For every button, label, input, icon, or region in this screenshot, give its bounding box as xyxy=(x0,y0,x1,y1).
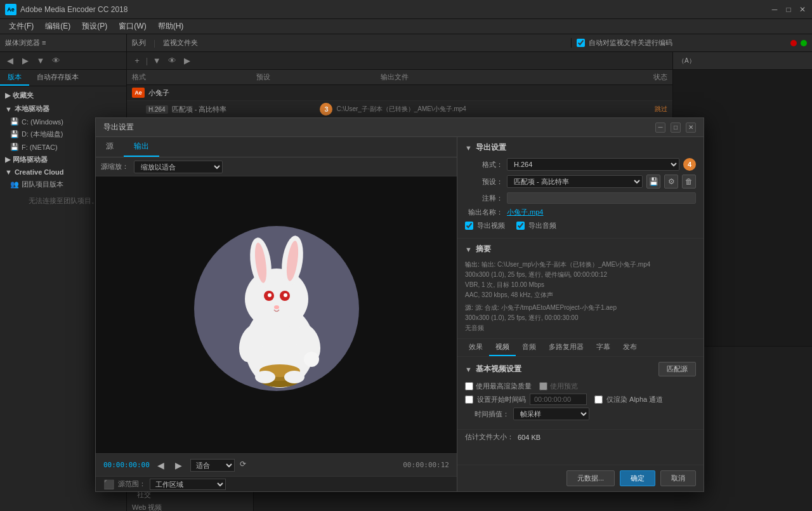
window-controls[interactable]: ─ □ ✕ xyxy=(770,5,807,14)
tab-audio[interactable]: 音频 xyxy=(516,339,542,356)
auto-monitor-checkbox[interactable] xyxy=(577,39,585,47)
estimate-row: 估计文件大小： 604 KB xyxy=(457,429,704,444)
summary-toggle[interactable]: ▼ xyxy=(465,246,472,253)
use-preview-label: 使用预览 xyxy=(550,382,578,391)
left-panel-tabs: 版本 自动存存版本 xyxy=(0,70,126,86)
dialog-minimize-btn[interactable]: ─ xyxy=(655,123,665,133)
ok-btn[interactable]: 确定 xyxy=(620,470,655,486)
play-queue-btn[interactable]: ▶ xyxy=(181,55,193,67)
cancel-btn[interactable]: 取消 xyxy=(660,470,696,486)
format-select[interactable]: H.264 xyxy=(507,158,679,171)
preset-web[interactable]: Web 视频 xyxy=(127,501,253,511)
back-btn[interactable]: ◀ xyxy=(4,55,16,67)
tab-version[interactable]: 版本 xyxy=(0,70,29,86)
format-row: 格式： H.264 4 xyxy=(465,158,696,171)
prev-frame-btn[interactable]: ◀ xyxy=(155,459,167,472)
export-dialog: 导出设置 ─ □ ✕ 源 输出 源缩放： 缩放以适合 xyxy=(95,117,704,492)
tab-video[interactable]: 视频 xyxy=(489,339,516,356)
eye-btn[interactable]: 👁 xyxy=(49,55,62,67)
menu-preset[interactable]: 预设(P) xyxy=(77,20,112,33)
format-label: 格式： xyxy=(465,160,503,169)
queue-item[interactable]: Ae 小兔子 xyxy=(127,85,672,101)
menu-edit[interactable]: 编辑(E) xyxy=(40,20,75,33)
summary-section: ▼ 摘要 输出: 输出: C:\User_mp\小兔子·副本（已转换）_AME\… xyxy=(457,239,704,339)
scale-toolbar: 源缩放： 缩放以适合 xyxy=(96,157,457,176)
settings-preset-btn[interactable]: ⚙ xyxy=(664,175,678,189)
filter-btn[interactable]: ▼ xyxy=(34,55,47,67)
dialog-close-btn[interactable]: ✕ xyxy=(686,123,696,133)
timecode-input[interactable] xyxy=(530,394,587,405)
summary-source-details: 300x300 (1.0), 25 fps, 逐行, 00:00:30:00 xyxy=(465,313,696,323)
summary-header: ▼ 摘要 xyxy=(465,244,696,255)
alpha-label: 仅渲染 Alpha 通道 xyxy=(606,395,663,404)
forward-btn[interactable]: ▶ xyxy=(19,55,32,67)
comment-input[interactable] xyxy=(507,192,696,204)
time-interp-select[interactable]: 帧采样 xyxy=(513,408,589,420)
svg-point-12 xyxy=(274,305,279,309)
close-btn[interactable]: ✕ xyxy=(798,5,807,14)
output-name-link[interactable]: 小兔子.mp4 xyxy=(507,208,543,217)
add-queue-btn[interactable]: + xyxy=(131,55,143,67)
tab-mux[interactable]: 多路复用器 xyxy=(542,339,590,356)
fit-select[interactable]: 适合 xyxy=(190,459,235,472)
menu-file[interactable]: 文件(F) xyxy=(4,20,39,33)
source-range-select[interactable]: 工作区域 xyxy=(150,479,226,490)
preset-row: 预设： 匹配项 - 高比特率 💾 ⚙ 🗑 xyxy=(465,175,696,189)
match-source-btn[interactable]: 匹配源 xyxy=(658,362,696,376)
play-btn[interactable]: ▶ xyxy=(173,459,185,472)
queue-item-name: 小兔子 xyxy=(148,88,225,98)
tab-publish[interactable]: 发布 xyxy=(617,339,643,356)
export-audio-checkbox[interactable] xyxy=(516,222,525,230)
scale-select[interactable]: 缩放以适合 xyxy=(134,161,223,173)
status-badge: 跳过 xyxy=(629,105,667,114)
delete-preset-btn[interactable]: 🗑 xyxy=(682,175,696,189)
preset-select[interactable]: 匹配项 - 高比特率 xyxy=(507,175,643,188)
tab-effects[interactable]: 效果 xyxy=(462,339,489,356)
export-audio-label: 导出音频 xyxy=(528,221,556,230)
dialog-controls[interactable]: ─ □ ✕ xyxy=(655,123,696,133)
dialog-title: 导出设置 xyxy=(103,122,655,133)
view-queue-btn[interactable]: 👁 xyxy=(166,55,178,67)
tab-output[interactable]: 输出 xyxy=(124,137,159,157)
maximize-btn[interactable]: □ xyxy=(784,5,793,14)
max-quality-label: 使用最高渲染质量 xyxy=(476,382,532,391)
col-preset: 预设 xyxy=(256,72,381,82)
menu-help[interactable]: 帮助(H) xyxy=(153,20,189,33)
section-toggle[interactable]: ▼ xyxy=(465,144,472,152)
scale-label: 源缩放： xyxy=(101,162,129,171)
estimate-value: 604 KB xyxy=(518,434,540,441)
queue-sub-item[interactable]: H.264 匹配项 - 高比特率 3 C:\User_子·副本（已转换）_AME… xyxy=(127,101,672,118)
dialog-body: 源 输出 源缩放： 缩放以适合 xyxy=(96,137,704,491)
export-section-title: 导出设置 xyxy=(476,142,506,153)
summary-output-details3: AAC, 320 kbps, 48 kHz, 立体声 xyxy=(465,290,696,300)
preset-text: 匹配项 - 高比特率 xyxy=(172,105,317,114)
output-label: 输出名称： xyxy=(465,208,503,217)
metadata-btn[interactable]: 元数据... xyxy=(566,470,615,486)
filter-queue-btn[interactable]: ▼ xyxy=(150,55,163,67)
minimize-btn[interactable]: ─ xyxy=(770,5,779,14)
ae-icon: Ae xyxy=(132,88,145,98)
menu-window[interactable]: 窗口(W) xyxy=(114,20,151,33)
tab-captions[interactable]: 字幕 xyxy=(590,339,617,356)
tab-source[interactable]: 源 xyxy=(96,137,124,157)
folder-icon: ▼ xyxy=(5,168,12,176)
queue-toolbar: + | ▼ 👁 ▶ xyxy=(127,52,672,70)
save-preset-btn[interactable]: 💾 xyxy=(646,175,660,189)
monitor-folder-title: 监视文件夹 xyxy=(163,38,198,48)
dialog-maximize-btn[interactable]: □ xyxy=(671,123,681,133)
alpha-checkbox[interactable] xyxy=(594,395,603,404)
tree-favorites[interactable]: ▶ 收藏夹 xyxy=(0,89,126,102)
dialog-preview-panel: 源 输出 源缩放： 缩放以适合 xyxy=(96,137,457,491)
source-range-bar: ⬛ 源范围： 工作区域 xyxy=(96,476,457,491)
use-preview-checkbox[interactable] xyxy=(539,382,547,390)
export-video-checkbox[interactable] xyxy=(465,222,473,230)
loop-icon[interactable]: ⟳ xyxy=(240,460,251,471)
media-browser-toolbar[interactable]: ◀ ▶ ▼ 👁 xyxy=(0,52,126,70)
timecode-checkbox[interactable] xyxy=(465,395,473,404)
tab-autosave[interactable]: 自动存存版本 xyxy=(29,70,86,86)
export-settings-section: ▼ 导出设置 格式： H.264 4 预设： 匹配项 - 高比特率 xyxy=(457,137,704,239)
step-badge-3: 3 xyxy=(320,103,332,116)
tree-local-drives[interactable]: ▼ 本地驱动器 xyxy=(0,102,126,116)
max-quality-checkbox[interactable] xyxy=(465,382,473,390)
preset-label: 预设： xyxy=(465,177,503,187)
